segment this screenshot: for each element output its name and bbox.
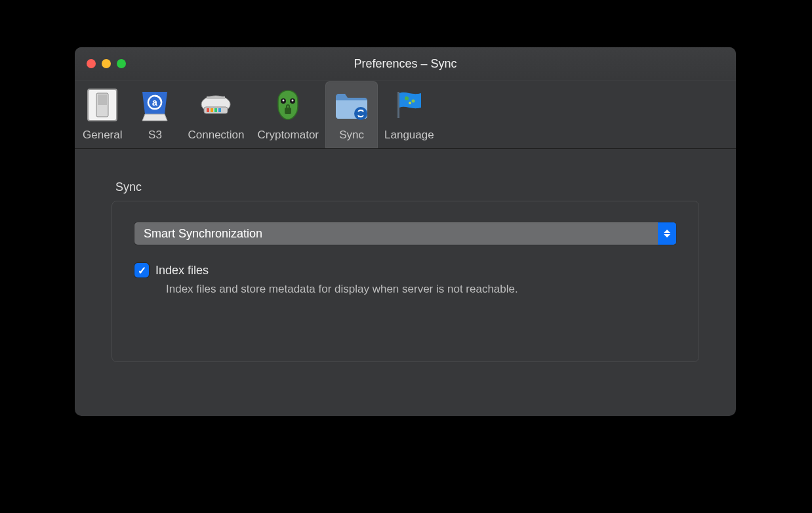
content-panel: Sync Smart Synchronization ✓ Index files… [75, 149, 736, 382]
folder-sync-icon [332, 85, 371, 125]
svg-rect-8 [214, 108, 217, 112]
sync-mode-select[interactable]: Smart Synchronization [134, 222, 676, 245]
index-files-row: ✓ Index files [134, 263, 676, 277]
tab-label: Connection [188, 129, 244, 142]
tab-cryptomator[interactable]: Cryptomator [251, 81, 326, 148]
svg-point-20 [411, 100, 415, 103]
svg-rect-2 [98, 94, 107, 105]
svg-point-19 [405, 96, 409, 100]
tab-label: Language [384, 129, 434, 142]
checkbox-description: Index files and store metadata for displ… [166, 283, 676, 296]
titlebar: Preferences – Sync [75, 47, 736, 80]
s3-icon: a [135, 85, 174, 125]
cryptomator-icon [268, 85, 308, 125]
svg-rect-18 [397, 92, 399, 118]
svg-rect-6 [207, 108, 209, 112]
check-icon: ✓ [138, 264, 146, 277]
tab-label: Sync [339, 129, 364, 142]
svg-point-21 [409, 102, 411, 104]
section-label: Sync [115, 180, 699, 194]
tab-language[interactable]: Language [378, 81, 441, 148]
tab-sync[interactable]: Sync [325, 81, 378, 148]
preferences-window: Preferences – Sync General [75, 47, 736, 416]
svg-text:a: a [153, 97, 158, 108]
index-files-checkbox[interactable]: ✓ [134, 263, 149, 277]
traffic-lights [75, 59, 126, 68]
checkbox-label: Index files [155, 264, 209, 277]
svg-point-13 [283, 100, 285, 102]
toolbar: General a S3 [75, 80, 736, 149]
svg-point-14 [292, 100, 294, 102]
tab-label: General [83, 129, 122, 142]
tab-s3[interactable]: a S3 [129, 81, 181, 148]
switch-icon [83, 85, 122, 125]
tab-connection[interactable]: Connection [181, 81, 251, 148]
connection-icon [196, 85, 235, 125]
sync-fieldset: Smart Synchronization ✓ Index files Inde… [112, 201, 699, 362]
flag-icon [390, 85, 429, 125]
window-title: Preferences – Sync [75, 57, 736, 71]
minimize-icon[interactable] [102, 59, 111, 68]
tab-label: S3 [148, 129, 162, 142]
tab-general[interactable]: General [76, 81, 129, 148]
chevron-up-down-icon [658, 222, 676, 245]
zoom-icon[interactable] [117, 59, 126, 68]
svg-point-17 [354, 107, 367, 120]
close-icon[interactable] [87, 59, 96, 68]
svg-rect-9 [218, 108, 221, 112]
select-value: Smart Synchronization [144, 227, 262, 241]
svg-rect-10 [207, 96, 225, 99]
tab-label: Cryptomator [258, 129, 319, 142]
svg-rect-7 [211, 108, 213, 112]
